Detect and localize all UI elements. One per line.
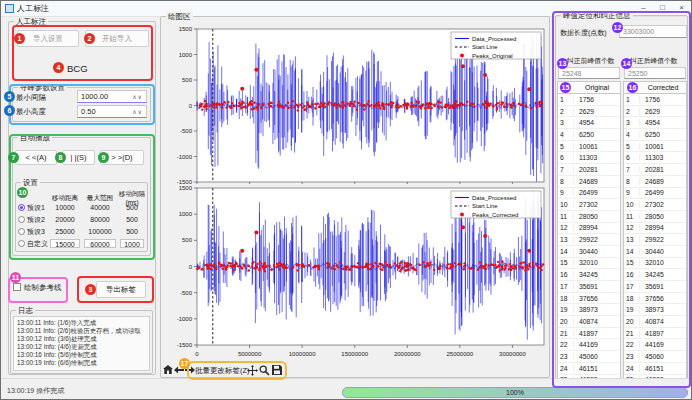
preset1-radio[interactable] (18, 204, 25, 211)
autoplay-pause-button[interactable]: | |(S) (62, 150, 95, 165)
table-row[interactable]: 46250 (624, 129, 686, 141)
annotation-badge-15: 15 (560, 82, 571, 93)
min-interval-spinbox[interactable]: 1000.00 ∧∨ (77, 90, 147, 103)
table-row[interactable]: 11756 (558, 94, 620, 106)
pan-icon[interactable] (247, 363, 258, 377)
signal-plot-top[interactable]: 150010005000-500-1000-1500Data_Processed… (163, 22, 547, 184)
table-row[interactable]: 2141897 (624, 328, 686, 340)
peak-value: 40874 (640, 318, 686, 325)
table-row[interactable]: 1228994 (624, 223, 686, 235)
save-icon[interactable] (271, 363, 282, 377)
preset2-row[interactable]: 预设2 20000 80000 500 (18, 214, 146, 225)
table-row[interactable]: 1128050 (624, 211, 686, 223)
custom-move-interval-input[interactable]: 1000 (120, 239, 144, 248)
row-index: 14 (624, 248, 640, 255)
peak-value: 38973 (640, 306, 686, 313)
log-output[interactable]: 13:00:11 Info: (1/6)导入完成13:00:11 Info: (… (13, 316, 150, 371)
home-icon[interactable] (162, 363, 173, 377)
table-row[interactable]: 611303 (558, 152, 620, 164)
table-row[interactable]: 11756 (624, 94, 686, 106)
autoplay-back-button[interactable]: < <(A) (15, 150, 57, 165)
svg-text:10000000: 10000000 (289, 351, 316, 357)
table-row[interactable]: 510061 (624, 141, 686, 153)
before-count-label: 纠正前峰值个数 (567, 56, 615, 66)
table-row[interactable]: 1430440 (624, 246, 686, 258)
table-row[interactable]: 510061 (558, 141, 620, 153)
table-row[interactable]: 926499 (624, 188, 686, 200)
signal-plot-bottom[interactable]: 150010005000-500-1000-150005000000100000… (163, 185, 547, 363)
peak-value: 32010 (574, 259, 620, 266)
table-row[interactable]: 1329922 (558, 234, 620, 246)
table-row[interactable]: 1027302 (624, 199, 686, 211)
custom-row[interactable]: 自定义 15000 60000 1000 (18, 238, 146, 249)
table-row[interactable]: 2141897 (558, 328, 620, 340)
table-row[interactable]: 2446151 (558, 363, 620, 375)
preset3-radio[interactable] (18, 228, 25, 235)
maximize-button[interactable]: □ (653, 1, 672, 15)
table-row[interactable]: 22629 (558, 106, 620, 118)
row-index: 10 (558, 201, 574, 208)
table-row[interactable]: 22629 (624, 106, 686, 118)
table-row[interactable]: 926499 (558, 188, 620, 200)
table-row[interactable]: 1837656 (558, 293, 620, 305)
table-row[interactable]: 2345060 (624, 351, 686, 363)
table-row[interactable]: 2446151 (624, 363, 686, 375)
table-row[interactable]: 1634245 (624, 269, 686, 281)
table-row[interactable]: 1938973 (558, 304, 620, 316)
preset3-row[interactable]: 预设3 25000 100000 500 (18, 226, 146, 237)
batch-edit-labels-button[interactable]: 批量更改标签(Z) (195, 366, 250, 376)
min-height-spinbox[interactable]: 0.50 ∧∨ (77, 105, 147, 118)
before-count-field[interactable]: 25248 (558, 67, 620, 79)
preset2-radio[interactable] (18, 216, 25, 223)
peak-value: 34245 (574, 271, 620, 278)
annotation-badge-11: 11 (10, 272, 21, 283)
table-row[interactable]: 2040874 (558, 316, 620, 328)
original-peaks-table[interactable]: 1175622629349544625051006161130372028182… (557, 93, 621, 383)
min-height-label: 最小高度 (16, 107, 46, 117)
reference-line-checkbox[interactable] (13, 283, 21, 291)
table-row[interactable]: 1027302 (558, 199, 620, 211)
table-row[interactable]: 1430440 (558, 246, 620, 258)
table-row[interactable]: 1735691 (558, 281, 620, 293)
spinner-arrows-icon[interactable]: ∧∨ (132, 108, 143, 115)
table-row[interactable]: 824689 (558, 176, 620, 188)
table-row[interactable]: 720281 (624, 164, 686, 176)
table-row[interactable]: 34954 (558, 117, 620, 129)
annotation-badge-5: 5 (4, 91, 15, 102)
after-count-field[interactable]: 25250 (624, 67, 686, 79)
table-row[interactable]: 1128050 (558, 211, 620, 223)
data-length-field[interactable]: 33003000 (619, 25, 687, 38)
table-row[interactable]: 2244169 (558, 339, 620, 351)
custom-move-distance-input[interactable]: 15000 (50, 239, 80, 248)
table-row[interactable]: 824689 (624, 176, 686, 188)
table-row[interactable]: 1938973 (624, 304, 686, 316)
corrected-peaks-table[interactable]: 1175622629349544625051006161130372028182… (623, 93, 687, 383)
table-row[interactable]: 2040874 (624, 316, 686, 328)
export-labels-button[interactable]: 导出标签 (96, 281, 146, 298)
table-row[interactable]: 2244169 (624, 339, 686, 351)
table-row[interactable]: 1837656 (624, 293, 686, 305)
spinner-arrows-icon[interactable]: ∧∨ (132, 93, 143, 100)
peak-value: 29922 (640, 236, 686, 243)
table-row[interactable]: 1532010 (558, 258, 620, 270)
close-button[interactable]: × (672, 1, 691, 15)
custom-max-range-input[interactable]: 60000 (84, 239, 116, 248)
table-row[interactable]: 720281 (558, 164, 620, 176)
peak-value: 28994 (640, 224, 686, 231)
table-row[interactable]: 1634245 (558, 269, 620, 281)
table-row[interactable]: 1532010 (624, 258, 686, 270)
row-index: 20 (624, 318, 640, 325)
table-row[interactable]: 1329922 (624, 234, 686, 246)
table-row[interactable]: 1228994 (558, 223, 620, 235)
table-row[interactable]: 2345060 (558, 351, 620, 363)
zoom-icon[interactable] (259, 363, 270, 377)
import-settings-button[interactable]: 导入设置 (17, 30, 79, 47)
table-row[interactable]: 34954 (624, 117, 686, 129)
table-row[interactable]: 46250 (558, 129, 620, 141)
minimize-button[interactable]: – (634, 1, 653, 15)
peak-value: 26499 (574, 189, 620, 196)
table-row[interactable]: 611303 (624, 152, 686, 164)
table-row[interactable]: 1735691 (624, 281, 686, 293)
preset1-row[interactable]: 预设1 10000 40000 500 (18, 202, 146, 213)
custom-radio[interactable] (18, 240, 25, 247)
